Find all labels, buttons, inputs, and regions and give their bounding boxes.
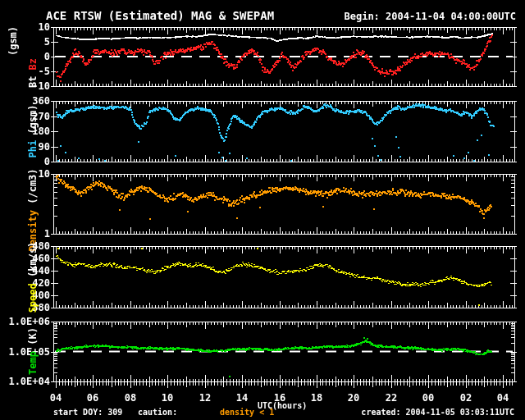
x-tick-label: 18 (302, 392, 331, 404)
ace-rtsw-plot: ACE RTSW (Estimated) MAG & SWEPAM Begin:… (0, 0, 525, 420)
x-tick-label: 04 (41, 392, 71, 404)
y-tick-label-phi-angle: 90 (0, 141, 50, 153)
y-axis-label-temperature: Temp (K) (28, 327, 39, 375)
y-tick-label-temperature: 1.0E+06 (0, 316, 50, 327)
x-tick-label: 08 (116, 392, 145, 404)
x-tick-label: 12 (190, 392, 220, 404)
y-tick-label-temperature: 1.0E+05 (0, 346, 50, 358)
y-tick-label-temperature: 1.0E+04 (0, 376, 50, 387)
y-axis-label-part: Speed (27, 277, 39, 313)
y-axis-label-part: (gsm) (27, 104, 39, 134)
y-axis-label-part: (/cm3) (27, 168, 39, 203)
x-tick-label: 22 (377, 392, 406, 404)
y-tick-label-magnetic-field: -5 (0, 66, 50, 77)
y-axis-label-magnetic-field: Bt Bz (28, 58, 39, 88)
y-tick-label-speed: 460 (0, 253, 50, 264)
x-tick-label: 00 (413, 392, 443, 404)
y-tick-label-speed: 380 (0, 302, 50, 313)
y-tick-label-phi-angle: 0 (0, 156, 50, 167)
footer-start-doy: start DOY: 309 (53, 408, 122, 418)
y-tick-label-speed: 400 (0, 290, 50, 301)
y-axis-label-part: Bt (27, 70, 39, 88)
y-tick-label-phi-angle: 360 (0, 95, 50, 107)
y-axis-label-part: (gsm) (7, 26, 19, 56)
y-tick-label-speed: 480 (0, 240, 50, 252)
plot-canvas (0, 0, 525, 420)
y-tick-label-phi-angle: 270 (0, 111, 50, 122)
x-tick-label: 02 (451, 392, 481, 404)
x-tick-label: 14 (227, 392, 257, 404)
y-axis-label-magnetic-field: (gsm) (8, 26, 19, 56)
x-tick-label: 16 (265, 392, 294, 404)
y-axis-label-speed: Speed (km/s) (28, 242, 39, 313)
y-tick-label-density: 10 (0, 168, 50, 180)
y-tick-label-speed: 440 (0, 265, 50, 276)
y-axis-label-part: Bz (27, 58, 39, 70)
begin-timestamp: Begin: 2004-11-04 04:00:00UTC (344, 11, 516, 22)
y-tick-label-phi-angle: 180 (0, 126, 50, 137)
x-tick-label: 04 (488, 392, 518, 404)
y-axis-label-part: (km/s) (27, 242, 39, 277)
footer-caution-label: caution: (138, 408, 177, 418)
footer-caution-value: density < 1 (220, 408, 274, 418)
y-tick-label-magnetic-field: -10 (0, 80, 50, 92)
y-axis-label-part: Phi (27, 135, 39, 158)
x-tick-label: 06 (78, 392, 107, 404)
y-tick-label-density: 1 (0, 228, 50, 240)
footer-created: created: 2004-11-05 03:03:11UTC (361, 408, 514, 418)
y-axis-label-density: Density (/cm3) (28, 168, 39, 251)
y-axis-label-part: (K) (27, 327, 39, 345)
y-axis-label-part: Temp (27, 345, 39, 375)
plot-title: ACE RTSW (Estimated) MAG & SWEPAM (46, 9, 274, 22)
y-tick-label-speed: 420 (0, 277, 50, 289)
x-tick-label: 10 (153, 392, 182, 404)
x-tick-label: 20 (339, 392, 368, 404)
y-axis-label-phi-angle: Phi (gsm) (28, 104, 39, 158)
